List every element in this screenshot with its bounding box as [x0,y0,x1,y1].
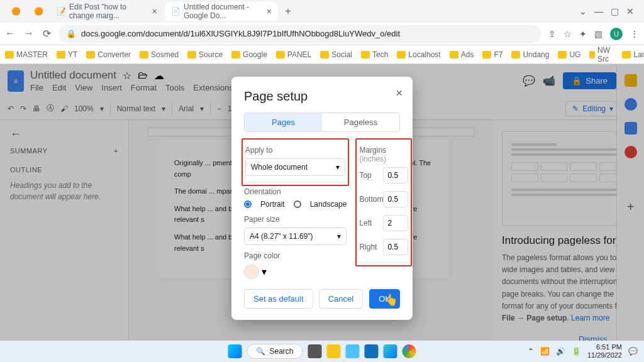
radio-portrait[interactable] [244,200,252,208]
page-setup-modal: Page setup × Pages Pageless Apply to Who… [231,77,413,320]
widgets-icon[interactable] [346,344,360,358]
tab-icon: 🟠 [34,7,43,16]
page-color-label: Page color [244,251,347,260]
bookmark-folder[interactable]: PANEL [276,50,311,59]
bookmark-folder[interactable]: Land [622,50,644,59]
clock[interactable]: 6:51 PM 11/29/2022 [587,343,622,359]
chevron-down-icon: ▾ [336,163,340,172]
chevron-down-icon[interactable]: ⌄ [579,6,587,16]
set-default-button[interactable]: Set as default [244,289,313,309]
margin-bottom-label: Bottom [359,195,383,204]
folder-icon [57,51,65,58]
speaker-icon[interactable]: 🔊 [556,347,565,356]
folder-icon [511,51,520,58]
taskview-icon[interactable] [308,344,322,358]
bookmark-folder[interactable]: NW Src [589,46,613,63]
browser-tab[interactable]: 📝Edit Post "how to change marg...× [50,2,164,21]
chevron-up-icon[interactable]: ⌃ [528,347,534,356]
bookmark-folder[interactable]: Localhost [397,50,440,59]
bookmark-folder[interactable]: Undang [511,50,549,59]
reload-button[interactable]: ⟳ [43,28,51,40]
notifications-icon[interactable]: 💬 [628,347,638,356]
paper-size-label: Paper size [244,215,347,224]
folder-icon [140,51,148,58]
lock-icon: 🔒 [66,29,76,38]
orientation-label: Orientation [244,187,347,196]
url-input[interactable]: 🔒 docs.google.com/document/d/1ul6XlUSGIY… [58,25,541,43]
edge-icon[interactable] [384,344,397,358]
search-input[interactable]: 🔍Search [247,344,303,359]
tab-icon: 🟠 [11,7,20,16]
back-button[interactable]: ← [5,28,15,40]
bookmark-folder[interactable]: UG [558,50,580,59]
folder-icon [622,51,631,58]
margins-highlight: Margins (inches) Top Bottom Left Right [355,138,412,266]
share-icon[interactable]: ⇪ [548,29,556,39]
cursor-icon: 👆 [384,293,398,307]
battery-icon[interactable]: 🔋 [572,347,581,356]
bookmark-folder[interactable]: Source [187,50,223,59]
folder-icon [86,51,95,58]
apply-to-select[interactable]: Whole document▾ [245,158,345,176]
radio-landscape[interactable] [294,200,301,208]
extensions-icon[interactable]: ✦ [579,29,587,39]
bookmark-folder[interactable]: Tech [361,50,388,59]
margins-label: Margins (inches) [359,146,408,163]
folder-icon [397,51,406,58]
close-icon[interactable]: × [152,6,157,16]
start-icon[interactable] [228,344,242,358]
browser-tab[interactable]: 🟠 [28,2,49,21]
folder-icon [450,51,458,58]
bookmark-folder[interactable]: Social [320,50,352,59]
panel-icon[interactable]: ▥ [594,29,602,39]
browser-tab-active[interactable]: 📄Untitled document - Google Do...× [165,2,278,21]
folder-icon [361,51,370,58]
bookmark-folder[interactable]: Google [231,50,267,59]
bookmarks-bar: MASTER YT Converter Sosmed Source Google… [0,45,644,64]
explorer-icon[interactable] [327,344,341,358]
margin-right-input[interactable] [383,239,408,255]
menu-icon[interactable]: ⋮ [630,29,639,39]
cancel-button[interactable]: Cancel [319,289,363,309]
close-icon[interactable]: ✕ [626,6,634,16]
browser-tab[interactable]: 🟠 [5,2,26,21]
minimize-icon[interactable]: — [594,6,603,16]
bookmark-folder[interactable]: Ads [450,50,474,59]
margin-right-label: Right [359,243,377,251]
profile-avatar[interactable]: U [610,28,623,40]
bookmark-folder[interactable]: Converter [86,50,131,59]
docs-icon: 📄 [171,7,180,16]
bookmark-folder[interactable]: F7 [482,50,502,59]
tab-pageless[interactable]: Pageless [322,113,399,131]
window-controls: ⌄ — ▢ ✕ [579,6,639,16]
margin-bottom-input[interactable] [383,191,408,207]
tab-pages[interactable]: Pages [245,113,322,131]
folder-icon [5,51,14,58]
margin-top-input[interactable] [383,167,408,184]
chevron-down-icon: ▾ [337,232,341,241]
star-icon[interactable]: ☆ [564,29,572,39]
margin-top-label: Top [359,171,371,180]
margin-left-input[interactable] [383,215,408,231]
chrome-icon[interactable] [402,344,416,358]
new-tab-button[interactable]: + [279,3,297,20]
folder-icon [276,51,285,58]
bookmark-folder[interactable]: YT [57,50,77,59]
tab-title: Edit Post "how to change marg... [69,3,148,20]
wifi-icon[interactable]: 📶 [540,347,550,356]
folder-icon [231,51,240,58]
word-icon[interactable] [365,344,379,358]
folder-icon [558,51,567,58]
close-icon[interactable]: × [396,87,402,100]
maximize-icon[interactable]: ▢ [611,6,619,16]
apply-to-highlight: Apply to Whole document▾ [242,138,349,186]
bookmark-folder[interactable]: Sosmed [140,50,179,59]
chevron-down-icon: ▾ [262,266,267,278]
close-icon[interactable]: × [267,6,272,16]
apply-to-label: Apply to [245,146,345,155]
forward-button[interactable]: → [24,28,34,40]
bookmark-folder[interactable]: MASTER [5,50,48,59]
paper-size-select[interactable]: A4 (8.27" x 11.69")▾ [244,228,347,245]
url-text: docs.google.com/document/d/1ul6XlUSGIYkL… [81,29,400,38]
page-color-select[interactable] [244,264,259,279]
